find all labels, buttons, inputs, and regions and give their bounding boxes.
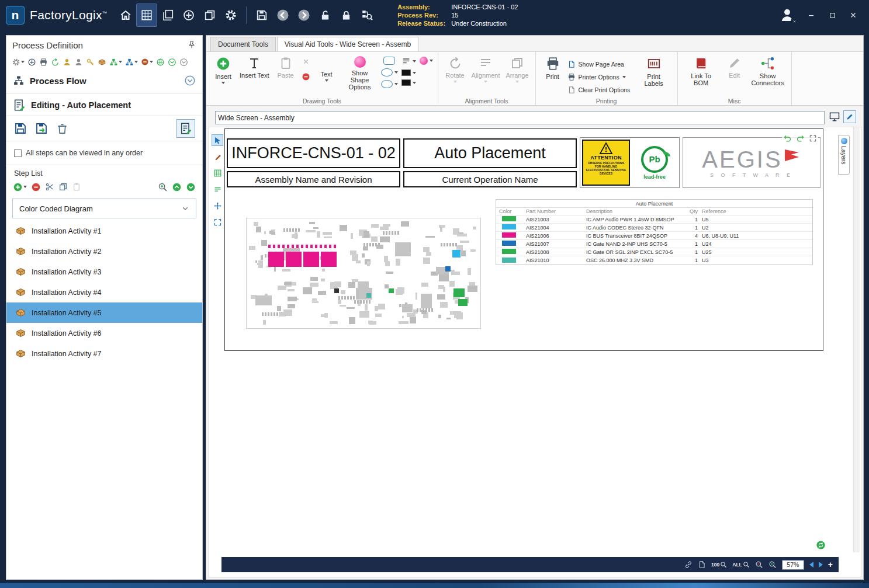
step-list-item[interactable]: Installation Activity #1 bbox=[6, 221, 202, 241]
zoom-in-button[interactable] bbox=[768, 561, 777, 569]
view-mode-button[interactable] bbox=[829, 111, 840, 123]
step-list-item[interactable]: Installation Activity #4 bbox=[6, 282, 202, 302]
export-process-button[interactable] bbox=[34, 121, 49, 135]
edit-document-button[interactable] bbox=[843, 110, 856, 123]
process-definition-button[interactable] bbox=[136, 4, 157, 27]
show-shape-options-button[interactable]: Show Shape Options bbox=[341, 54, 379, 96]
permissions-button[interactable] bbox=[86, 58, 95, 67]
print-flow-button[interactable] bbox=[39, 58, 48, 67]
remove-shape-button[interactable] bbox=[302, 72, 310, 81]
rounded-rect-tool-button[interactable] bbox=[383, 57, 395, 65]
close-button[interactable] bbox=[848, 10, 858, 20]
pan-tool-button[interactable] bbox=[212, 216, 223, 228]
save-button[interactable] bbox=[251, 4, 272, 27]
zoom-level-input[interactable] bbox=[783, 561, 804, 568]
move-step-up-button[interactable] bbox=[172, 182, 182, 192]
refresh-flow-button[interactable] bbox=[51, 58, 60, 67]
shape-gallery-button[interactable] bbox=[420, 57, 433, 65]
delete-shape-button[interactable] bbox=[302, 58, 310, 65]
status-gray-button[interactable] bbox=[179, 58, 188, 67]
web-button[interactable] bbox=[156, 58, 165, 67]
user-button[interactable] bbox=[74, 58, 83, 67]
user-logout-button[interactable] bbox=[779, 7, 795, 23]
undo-button[interactable] bbox=[783, 134, 792, 143]
remove-step-button[interactable] bbox=[31, 182, 41, 192]
insert-button[interactable]: Insert bbox=[211, 54, 236, 96]
lock-button[interactable] bbox=[335, 4, 356, 27]
insert-text-button[interactable]: Insert Text bbox=[238, 54, 271, 96]
ellipse-tool-button[interactable] bbox=[381, 68, 398, 76]
pan-left-button[interactable] bbox=[809, 562, 813, 568]
pin-panel-button[interactable] bbox=[187, 40, 196, 50]
copy-step-button[interactable] bbox=[58, 182, 68, 192]
edit-button[interactable]: Edit bbox=[722, 54, 747, 96]
home-button[interactable] bbox=[115, 4, 136, 27]
paste-step-button[interactable] bbox=[72, 182, 81, 192]
move-step-down-button[interactable] bbox=[186, 182, 196, 192]
show-connectors-button[interactable]: Show Connectors bbox=[749, 54, 787, 96]
search-steps-button[interactable] bbox=[158, 182, 168, 192]
oval-tool-button[interactable] bbox=[381, 80, 398, 88]
flow-alt-button[interactable] bbox=[125, 58, 138, 67]
expand-button[interactable] bbox=[809, 134, 817, 143]
checkbox[interactable] bbox=[14, 149, 22, 157]
zoom-100-button[interactable]: 100 bbox=[711, 561, 727, 568]
vertical-scrollbar[interactable] bbox=[853, 127, 860, 552]
layers-tab[interactable]: Layers bbox=[838, 135, 850, 175]
minimize-button[interactable] bbox=[806, 10, 816, 20]
show-page-area-button[interactable]: Show Page Area bbox=[567, 59, 633, 69]
status-green-button[interactable] bbox=[168, 58, 176, 67]
step-list-item[interactable]: Installation Activity #5 bbox=[6, 302, 202, 323]
options-button[interactable] bbox=[12, 58, 25, 67]
delete-process-button[interactable] bbox=[56, 122, 69, 135]
cut-step-button[interactable] bbox=[45, 182, 54, 192]
select-tool-button[interactable] bbox=[212, 134, 223, 146]
link-to-bom-button[interactable]: Link To BOM bbox=[683, 54, 720, 96]
format-tool-button[interactable] bbox=[212, 151, 223, 162]
text-style-button[interactable]: Text bbox=[314, 54, 339, 96]
add-step-button[interactable] bbox=[13, 182, 27, 192]
fit-page-button[interactable] bbox=[698, 561, 706, 569]
redo-button[interactable] bbox=[796, 134, 805, 143]
align-lines-tool-button[interactable] bbox=[212, 183, 223, 195]
edit-notes-button[interactable] bbox=[176, 119, 195, 138]
fill-color-button[interactable] bbox=[401, 69, 416, 76]
print-labels-button[interactable]: Print Labels bbox=[635, 54, 673, 96]
navigator-button[interactable] bbox=[178, 4, 199, 27]
step-list-item[interactable]: Installation Activity #2 bbox=[6, 241, 202, 262]
link-pages-button[interactable] bbox=[684, 561, 693, 569]
maximize-button[interactable] bbox=[827, 10, 837, 20]
release-audit-button[interactable] bbox=[356, 4, 378, 27]
back-button[interactable] bbox=[272, 4, 293, 27]
unlock-button[interactable] bbox=[314, 4, 335, 27]
package-button[interactable] bbox=[98, 58, 106, 67]
line-color-button[interactable] bbox=[401, 79, 416, 86]
remove-tool-button[interactable] bbox=[141, 58, 153, 66]
refresh-view-button[interactable] bbox=[816, 540, 826, 550]
printer-options-button[interactable]: Printer Options bbox=[567, 72, 633, 82]
step-list-item[interactable]: Installation Activity #3 bbox=[6, 262, 202, 282]
step-list-item[interactable]: Installation Activity #7 bbox=[6, 343, 202, 364]
user-role-button[interactable] bbox=[63, 58, 71, 67]
tab-visual-aid-tools[interactable]: Visual Aid Tools - Wide Screen - Assemb bbox=[277, 37, 418, 51]
navigate-button[interactable] bbox=[27, 58, 36, 67]
tab-document-tools[interactable]: Document Tools bbox=[210, 37, 276, 51]
process-flow-section[interactable]: Process Flow bbox=[6, 69, 202, 92]
documents-button[interactable] bbox=[157, 4, 178, 27]
arrange-button[interactable]: Arrange bbox=[504, 54, 530, 96]
alignment-button[interactable]: Alignment bbox=[470, 54, 502, 96]
forward-button[interactable] bbox=[293, 4, 314, 27]
step-list-item[interactable]: Installation Activity #6 bbox=[6, 323, 202, 343]
paste-button[interactable]: Paste bbox=[273, 54, 298, 96]
clear-print-options-button[interactable]: Clear Print Options bbox=[567, 85, 633, 95]
copy-pages-button[interactable] bbox=[199, 4, 220, 27]
move-tool-button[interactable] bbox=[212, 200, 223, 211]
zoom-out-button[interactable] bbox=[755, 561, 763, 569]
settings-button[interactable] bbox=[220, 4, 241, 27]
collapse-section-button[interactable] bbox=[184, 75, 196, 86]
diagram-selector[interactable]: Color Coded Diagram bbox=[12, 199, 196, 218]
document-title-input[interactable] bbox=[218, 114, 822, 122]
zoom-increment-button[interactable]: + bbox=[828, 561, 833, 569]
grid-tool-button[interactable] bbox=[212, 167, 223, 179]
any-order-checkbox-row[interactable]: All steps can be viewed in any order bbox=[6, 141, 202, 165]
